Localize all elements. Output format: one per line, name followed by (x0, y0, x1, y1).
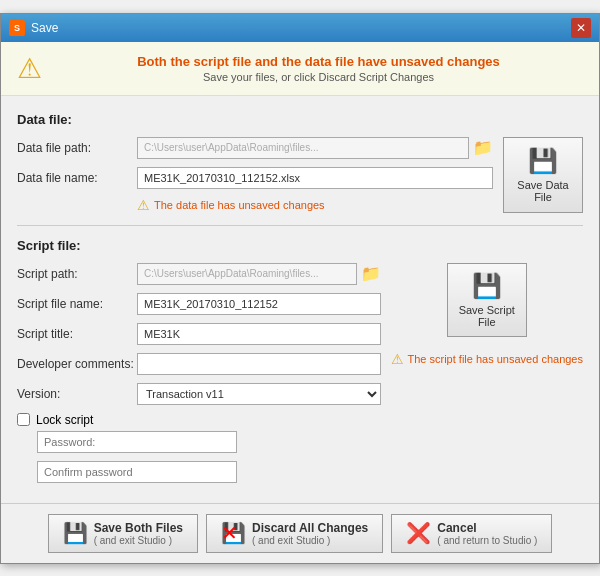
discard-icon: 💾 ✕ (221, 521, 246, 545)
discard-text: Discard All Changes ( and exit Studio ) (252, 521, 368, 546)
save-both-sub: ( and exit Studio ) (94, 535, 183, 546)
dev-comments-row: Developer comments: (17, 353, 381, 375)
script-path-label: Script path: (17, 267, 137, 281)
section-divider (17, 225, 583, 226)
script-name-label: Script file name: (17, 297, 137, 311)
script-path-wrapper: 📁 (137, 263, 381, 285)
save-both-icon: 💾 (63, 521, 88, 545)
confirm-password-row (37, 461, 381, 483)
data-name-input[interactable] (137, 167, 493, 189)
script-title-input[interactable] (137, 323, 381, 345)
discard-sub: ( and exit Studio ) (252, 535, 368, 546)
data-path-wrapper: 📁 (137, 137, 493, 159)
data-path-folder-icon[interactable]: 📁 (473, 138, 493, 157)
script-form-area: Script path: 📁 Script file name: Script … (17, 263, 583, 491)
data-warning-note: ⚠ The data file has unsaved changes (137, 197, 493, 213)
discard-x-icon: ✕ (221, 521, 238, 545)
script-warning-icon: ⚠ (391, 351, 404, 367)
data-name-row: Data file name: (17, 167, 493, 189)
version-row: Version: Transaction v11 Transaction v10… (17, 383, 381, 405)
warning-title: Both the script file and the data file h… (54, 54, 583, 69)
window-title: Save (31, 21, 58, 35)
version-select[interactable]: Transaction v11 Transaction v10 Transact… (137, 383, 381, 405)
lock-script-label[interactable]: Lock script (36, 413, 93, 427)
password-input[interactable] (37, 431, 237, 453)
data-section-title: Data file: (17, 112, 583, 127)
data-path-input[interactable] (137, 137, 469, 159)
save-script-file-button[interactable]: 💾 Save Script File (447, 263, 527, 337)
footer: 💾 Save Both Files ( and exit Studio ) 💾 … (1, 503, 599, 563)
script-save-area: 💾 Save Script File ⚠ The script file has… (391, 263, 584, 491)
data-warning-text: The data file has unsaved changes (154, 199, 325, 211)
save-data-btn-label: Save Data File (517, 179, 568, 203)
cancel-sub: ( and return to Studio ) (437, 535, 537, 546)
warning-subtitle: Save your files, or click Discard Script… (54, 71, 583, 83)
warning-banner: ⚠ Both the script file and the data file… (1, 42, 599, 96)
cancel-button[interactable]: ❌ Cancel ( and return to Studio ) (391, 514, 552, 553)
save-both-button[interactable]: 💾 Save Both Files ( and exit Studio ) (48, 514, 198, 553)
cancel-icon: ❌ (406, 521, 431, 545)
app-icon: S (9, 20, 25, 36)
data-fields: Data file path: 📁 Data file name: ⚠ The … (17, 137, 493, 213)
cancel-text: Cancel ( and return to Studio ) (437, 521, 537, 546)
save-dialog: S Save ✕ ⚠ Both the script file and the … (0, 13, 600, 564)
confirm-password-input[interactable] (37, 461, 237, 483)
discard-button[interactable]: 💾 ✕ Discard All Changes ( and exit Studi… (206, 514, 383, 553)
dev-comments-input[interactable] (137, 353, 381, 375)
warning-text: Both the script file and the data file h… (54, 54, 583, 83)
script-path-row: Script path: 📁 (17, 263, 381, 285)
dev-comments-label: Developer comments: (17, 357, 137, 371)
cancel-main: Cancel (437, 521, 537, 535)
script-title-label: Script title: (17, 327, 137, 341)
version-label: Version: (17, 387, 137, 401)
data-warning-icon: ⚠ (137, 197, 150, 213)
script-warning-note: ⚠ The script file has unsaved changes (391, 351, 584, 367)
data-form-area: Data file path: 📁 Data file name: ⚠ The … (17, 137, 583, 213)
save-data-file-button[interactable]: 💾 Save Data File (503, 137, 583, 213)
script-name-row: Script file name: (17, 293, 381, 315)
content-area: Data file: Data file path: 📁 Data file n… (1, 96, 599, 503)
save-both-text: Save Both Files ( and exit Studio ) (94, 521, 183, 546)
save-data-floppy-icon: 💾 (528, 147, 558, 175)
password-row (37, 431, 381, 453)
script-path-folder-icon[interactable]: 📁 (361, 264, 381, 283)
discard-main: Discard All Changes (252, 521, 368, 535)
lock-script-row: Lock script (17, 413, 381, 427)
data-path-label: Data file path: (17, 141, 137, 155)
script-section-title: Script file: (17, 238, 583, 253)
script-name-input[interactable] (137, 293, 381, 315)
data-name-label: Data file name: (17, 171, 137, 185)
title-bar: S Save ✕ (1, 14, 599, 42)
save-both-main: Save Both Files (94, 521, 183, 535)
script-fields: Script path: 📁 Script file name: Script … (17, 263, 381, 491)
data-path-row: Data file path: 📁 (17, 137, 493, 159)
title-bar-left: S Save (9, 20, 58, 36)
save-script-btn-label: Save Script File (459, 304, 515, 328)
warning-icon: ⚠ (17, 52, 42, 85)
save-script-floppy-icon: 💾 (472, 272, 502, 300)
close-button[interactable]: ✕ (571, 18, 591, 38)
script-title-row: Script title: (17, 323, 381, 345)
lock-script-checkbox[interactable] (17, 413, 30, 426)
script-path-input[interactable] (137, 263, 357, 285)
script-warning-text: The script file has unsaved changes (408, 353, 584, 365)
